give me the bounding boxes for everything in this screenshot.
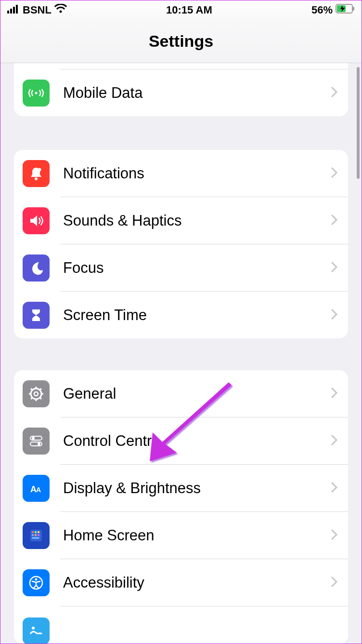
row-label: Display & Brightness bbox=[63, 480, 330, 497]
row-label: Control Centre bbox=[63, 432, 330, 450]
svg-point-12 bbox=[38, 168, 41, 171]
chevron-right-icon bbox=[330, 308, 339, 323]
row-label: General bbox=[63, 385, 330, 402]
chevron-right-icon bbox=[330, 166, 339, 181]
svg-rect-34 bbox=[35, 534, 37, 536]
text-size-icon: AA bbox=[23, 475, 50, 502]
settings-row-focus[interactable]: Focus bbox=[14, 244, 348, 291]
settings-row-wallpaper[interactable] bbox=[14, 606, 348, 644]
settings-row-home-screen[interactable]: Home Screen bbox=[14, 512, 348, 559]
svg-rect-2 bbox=[13, 7, 15, 13]
scroll-indicator[interactable] bbox=[357, 67, 360, 179]
svg-point-4 bbox=[59, 11, 62, 13]
home-grid-icon bbox=[23, 522, 50, 549]
settings-row-sounds[interactable]: Sounds & Haptics bbox=[14, 197, 348, 244]
status-right: 56% bbox=[311, 4, 355, 16]
settings-row-accessibility[interactable]: Accessibility bbox=[14, 559, 348, 606]
carrier-label: BSNL bbox=[23, 4, 52, 16]
page-title: Settings bbox=[149, 32, 213, 51]
antenna-icon bbox=[23, 80, 50, 107]
speaker-icon bbox=[23, 207, 50, 234]
row-label: Accessibility bbox=[63, 574, 330, 591]
svg-line-20 bbox=[39, 397, 41, 399]
svg-rect-35 bbox=[38, 534, 39, 536]
svg-rect-32 bbox=[38, 531, 39, 533]
chevron-right-icon bbox=[330, 528, 339, 543]
svg-point-26 bbox=[38, 443, 40, 445]
settings-row-hotspot[interactable] bbox=[14, 63, 348, 69]
svg-point-11 bbox=[35, 177, 38, 180]
svg-rect-7 bbox=[353, 7, 354, 11]
hourglass-icon bbox=[23, 302, 50, 329]
settings-group-general: General Control Centre AA Display & Brig… bbox=[14, 370, 348, 644]
svg-text:A: A bbox=[36, 486, 41, 494]
row-label: Mobile Data bbox=[63, 84, 330, 102]
svg-point-39 bbox=[32, 627, 35, 630]
chevron-right-icon bbox=[330, 260, 339, 276]
svg-point-24 bbox=[32, 437, 35, 440]
accessibility-icon bbox=[23, 569, 50, 596]
status-bar: BSNL 10:15 AM 56% bbox=[0, 0, 362, 20]
svg-line-22 bbox=[31, 397, 33, 399]
settings-row-mobile-data[interactable]: Mobile Data bbox=[14, 69, 348, 116]
svg-rect-33 bbox=[32, 534, 34, 536]
bell-icon bbox=[23, 160, 50, 187]
settings-row-general[interactable]: General bbox=[14, 370, 348, 417]
svg-line-21 bbox=[39, 389, 41, 390]
svg-rect-1 bbox=[10, 9, 12, 13]
chevron-right-icon bbox=[330, 481, 339, 496]
svg-rect-31 bbox=[35, 531, 37, 533]
clock: 10:15 AM bbox=[166, 4, 212, 16]
signal-icon bbox=[7, 4, 20, 16]
row-label: Notifications bbox=[63, 165, 330, 182]
svg-rect-3 bbox=[16, 5, 18, 13]
gear-icon bbox=[23, 380, 50, 407]
row-label: Screen Time bbox=[63, 307, 330, 324]
chevron-right-icon bbox=[330, 386, 339, 402]
chevron-right-icon bbox=[330, 213, 339, 228]
settings-list[interactable]: Mobile Data Notifications Sounds & Hapti… bbox=[0, 63, 362, 644]
row-label: Sounds & Haptics bbox=[63, 212, 330, 229]
settings-row-screen-time[interactable]: Screen Time bbox=[14, 292, 348, 338]
svg-point-38 bbox=[35, 578, 38, 580]
svg-rect-36 bbox=[32, 537, 39, 539]
chevron-right-icon bbox=[330, 433, 339, 449]
row-label: Home Screen bbox=[63, 527, 330, 544]
svg-rect-0 bbox=[7, 11, 9, 13]
toggles-icon bbox=[23, 428, 50, 455]
wifi-icon bbox=[54, 4, 67, 16]
status-left: BSNL bbox=[7, 4, 67, 16]
moon-icon bbox=[23, 255, 50, 282]
settings-row-control-centre[interactable]: Control Centre bbox=[14, 417, 348, 464]
svg-point-10 bbox=[35, 92, 38, 94]
settings-group-network: Mobile Data bbox=[14, 63, 348, 116]
settings-group-alerts: Notifications Sounds & Haptics Focus Scr… bbox=[14, 150, 348, 338]
battery-pct: 56% bbox=[311, 4, 333, 16]
row-label: Focus bbox=[63, 259, 330, 277]
nav-header: Settings bbox=[0, 20, 362, 63]
wallpaper-icon bbox=[23, 617, 50, 644]
settings-row-display[interactable]: AA Display & Brightness bbox=[14, 465, 348, 511]
settings-row-notifications[interactable]: Notifications bbox=[14, 150, 348, 197]
svg-rect-30 bbox=[32, 531, 34, 533]
svg-line-19 bbox=[31, 389, 33, 390]
svg-point-14 bbox=[34, 392, 38, 396]
chevron-right-icon bbox=[330, 575, 339, 590]
battery-charging-icon bbox=[336, 4, 355, 16]
chevron-right-icon bbox=[330, 85, 339, 101]
